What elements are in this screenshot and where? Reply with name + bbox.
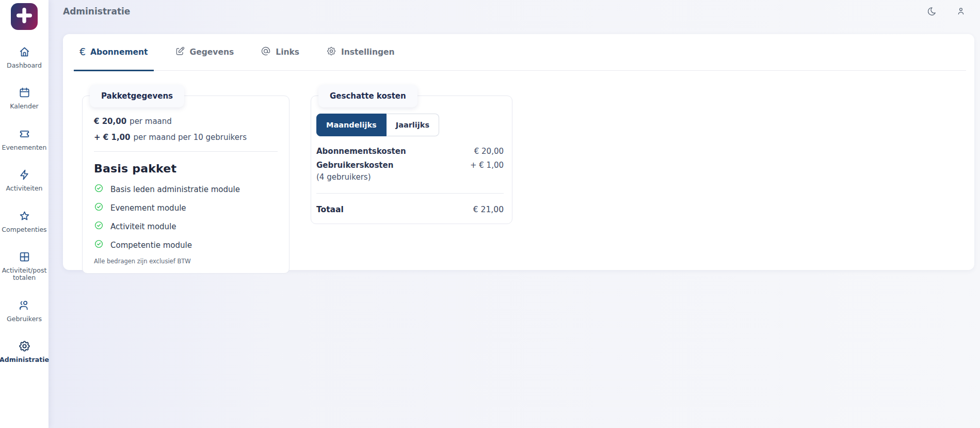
sidebar-item-label: Administratie (0, 356, 49, 363)
sidebar-item-competenties[interactable]: Competenties (1, 210, 48, 233)
check-circle-icon (94, 220, 104, 232)
sidebar-item-activiteiten[interactable]: Activiteiten (1, 168, 48, 192)
package-card-title: Pakketgegevens (90, 85, 184, 107)
monthly-button[interactable]: Maandelijks (316, 114, 387, 136)
cost-value: € 20,00 (474, 147, 504, 156)
price-suffix: per maand per 10 gebruikers (133, 133, 247, 142)
tab-label: Instellingen (341, 47, 395, 57)
page-title: Administratie (63, 6, 130, 17)
feature-item: Basis leden administratie module (94, 183, 278, 195)
vat-footnote: Alle bedragen zijn exclusief BTW (94, 258, 278, 265)
at-icon (261, 46, 271, 58)
ticket-icon (18, 128, 31, 142)
divider (94, 151, 278, 152)
yearly-button[interactable]: Jaarlijks (387, 114, 439, 136)
sidebar-item-label: Dashboard (7, 62, 42, 69)
check-circle-icon (94, 202, 104, 214)
cost-value: + € 1,00 (470, 161, 504, 170)
check-circle-icon (94, 239, 104, 251)
sidebar-nav: Dashboard Kalender Evenementen Activitei… (1, 45, 48, 363)
user-menu-button[interactable] (956, 6, 966, 17)
sidebar-item-label: Activiteiten (6, 185, 42, 192)
user-count-note: (4 gebruikers) (316, 172, 504, 182)
sidebar-item-label: Kalender (10, 103, 39, 110)
tab-bar: € Abonnement Gegevens Links Instellinge (71, 34, 966, 71)
cost-row-subscription: Abonnementskosten € 20,00 (316, 147, 504, 156)
sidebar-item-dashboard[interactable]: Dashboard (1, 45, 48, 69)
dark-mode-toggle[interactable] (927, 6, 937, 17)
user-icon (956, 9, 966, 19)
users-icon (18, 299, 31, 314)
bolt-icon (18, 168, 31, 183)
estimated-costs-card: Geschatte kosten Maandelijks Jaarlijks A… (311, 96, 512, 224)
sidebar: Dashboard Kalender Evenementen Activitei… (0, 0, 49, 428)
sidebar-item-gebruikers[interactable]: Gebruikers (1, 299, 48, 323)
gear-icon (18, 340, 31, 355)
price-amount: + € 1,00 (94, 133, 130, 142)
feature-label: Competentie module (110, 241, 192, 250)
calendar-icon (18, 86, 31, 101)
package-card: Pakketgegevens € 20,00per maand + € 1,00… (82, 96, 290, 274)
home-icon (18, 45, 31, 60)
tab-links[interactable]: Links (255, 35, 305, 71)
tab-instellingen[interactable]: Instellingen (320, 35, 400, 71)
tab-label: Links (276, 47, 299, 57)
sidebar-item-activiteit-post-totalen[interactable]: Activiteit/post totalen (1, 250, 48, 282)
cost-label: Gebruikerskosten (316, 161, 393, 170)
plus-icon (15, 7, 33, 26)
app-logo[interactable] (11, 3, 38, 30)
price-suffix: per maand (130, 117, 172, 126)
main-area: Administratie € Abonnement (49, 0, 980, 428)
total-row: Totaal € 21,00 (316, 205, 504, 214)
sidebar-item-administratie[interactable]: Administratie (1, 340, 48, 363)
price-line: + € 1,00per maand per 10 gebruikers (94, 133, 278, 142)
star-icon (18, 210, 31, 225)
tab-label: Gegevens (190, 47, 234, 57)
edit-icon (175, 46, 185, 58)
feature-item: Activiteit module (94, 220, 278, 232)
price-line: € 20,00per maand (94, 117, 278, 126)
total-value: € 21,00 (473, 205, 504, 214)
sidebar-item-label: Competenties (2, 226, 46, 233)
gear-icon (326, 46, 336, 58)
topbar: Administratie (49, 0, 980, 19)
sidebar-item-label: Activiteit/post totalen (1, 267, 48, 282)
price-amount: € 20,00 (94, 117, 126, 126)
grid-icon (18, 250, 31, 265)
feature-item: Competentie module (94, 239, 278, 251)
feature-label: Basis leden administratie module (110, 185, 240, 194)
sidebar-item-kalender[interactable]: Kalender (1, 86, 48, 110)
sidebar-item-evenementen[interactable]: Evenementen (1, 128, 48, 151)
sidebar-item-label: Gebruikers (7, 315, 42, 323)
tab-label: Abonnement (90, 47, 148, 57)
total-label: Totaal (316, 205, 344, 214)
billing-period-toggle: Maandelijks Jaarlijks (316, 114, 504, 136)
tab-abonnement[interactable]: € Abonnement (74, 35, 154, 71)
euro-icon: € (79, 47, 86, 57)
check-circle-icon (94, 183, 104, 195)
tab-gegevens[interactable]: Gegevens (169, 35, 240, 71)
sidebar-item-label: Evenementen (2, 144, 47, 151)
moon-icon (927, 9, 937, 19)
feature-item: Evenement module (94, 202, 278, 214)
costs-card-title: Geschatte kosten (318, 85, 417, 107)
feature-label: Activiteit module (110, 222, 176, 231)
cards-row: Pakketgegevens € 20,00per maand + € 1,00… (63, 71, 974, 274)
cost-row-users: Gebruikerskosten + € 1,00 (316, 161, 504, 170)
feature-label: Evenement module (110, 203, 186, 213)
content-panel: € Abonnement Gegevens Links Instellinge (63, 34, 974, 270)
cost-label: Abonnementskosten (316, 147, 406, 156)
plan-name: Basis pakket (94, 162, 278, 175)
divider (316, 193, 504, 194)
